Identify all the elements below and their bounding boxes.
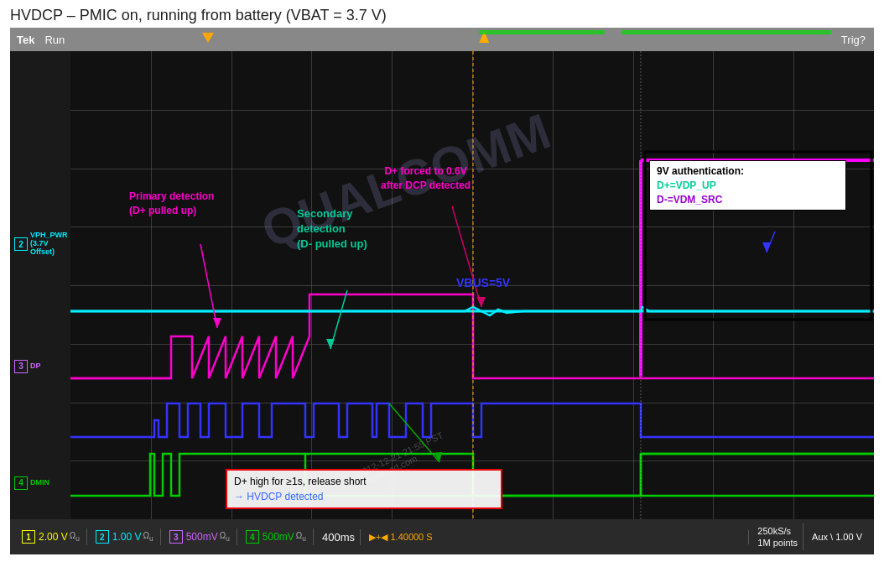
ch2-value: 1.00 V	[112, 531, 142, 543]
ch1-value: 2.00 V	[39, 531, 68, 543]
osc-bottom-bar: 1 2.00 V Ωu 2 1.00 V Ωu 3 500mV Ωu 4 500…	[10, 519, 874, 554]
osc-run-status: Run	[41, 34, 68, 46]
ch3-value: 500mV	[186, 531, 218, 543]
ch4-value: 500mV	[263, 531, 294, 543]
sample-rate: 250kS/s 1M points	[752, 523, 803, 551]
ch3-badge-bottom: 3	[169, 530, 183, 544]
ch3-name: DP	[30, 362, 41, 371]
ch4-badge-bottom: 4	[246, 530, 259, 544]
annotation-hvdcp-box: D+ high for ≥1s, release short → HVDCP d…	[226, 469, 502, 509]
osc-brand: Tek	[10, 34, 41, 46]
osc-channel-labels: 2 VPH_PWR(3.7V Offset) 3 DP 4 DMIN	[10, 51, 70, 519]
hvdcp-line2: → HVDCP detected	[234, 489, 494, 504]
osc-topbar: Tek Run Trig?	[10, 28, 874, 51]
timebase-value: 400ms	[322, 531, 355, 544]
osc-grid-area: QUALCOMM 2012-12-21 21:55 PSTenzetiend.c…	[70, 51, 874, 519]
page-title: HVDCP – PMIC on, running from battery (V…	[0, 0, 884, 28]
ch2-name: VPH_PWR(3.7V Offset)	[30, 232, 68, 257]
auth-box-title: 9V authentication:	[657, 164, 839, 179]
ch4-name: DMIN	[30, 479, 49, 487]
aux-display: Aux \ 1.00 V	[807, 530, 867, 544]
annotation-9v-auth-box: 9V authentication: D+=VDP_UP D-=VDM_SRC	[649, 160, 846, 211]
auth-box-dp: D+=VDP_UP	[657, 179, 839, 193]
ch4-bottom: 4 500mV Ωu	[241, 528, 314, 545]
waveform-svg	[70, 51, 874, 519]
ch2-badge-bottom: 2	[96, 530, 109, 544]
auth-box-dm: D-=VDM_SRC	[657, 193, 839, 207]
ch3-badge: 3	[14, 360, 28, 373]
hvdcp-line1: D+ high for ≥1s, release short	[234, 474, 494, 489]
ch1-badge-bottom: 1	[22, 530, 35, 544]
osc-trig: Trig?	[841, 34, 866, 46]
cursor-display: ▶+◀ 1.40000 S	[364, 530, 749, 544]
oscilloscope-display: Tek Run Trig? 2 VPH_PWR(3.7V Offset) 3 D…	[10, 28, 874, 554]
ch3-bottom: 3 500mV Ωu	[164, 528, 237, 545]
ch1-bottom: 1 2.00 V Ωu	[17, 528, 87, 545]
timebase: 400ms	[317, 529, 361, 545]
ch2-bottom: 2 1.00 V Ωu	[91, 528, 161, 545]
ch2-badge: 2	[14, 237, 28, 251]
ch4-badge: 4	[14, 476, 28, 490]
